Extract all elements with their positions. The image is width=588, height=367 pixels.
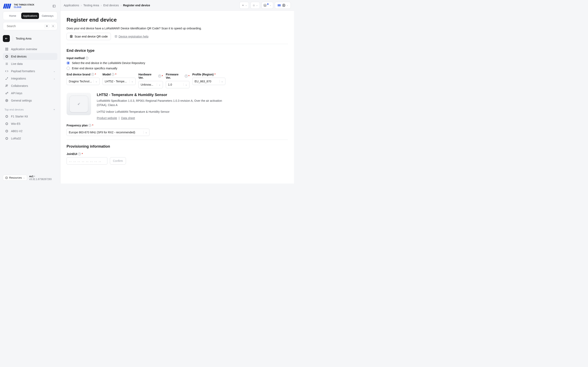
breadcrumb-item-2[interactable]: End devices [103,4,119,7]
brand-line2: CLOUD [14,6,34,8]
nav-label: Live data [11,62,23,66]
svg-point-65 [7,177,7,177]
back-button[interactable] [3,35,10,42]
svg-point-21 [6,79,6,80]
svg-rect-9 [6,56,8,57]
add-button[interactable]: ＋⌄ [240,2,249,9]
help-icon[interactable]: ? [86,57,88,59]
nav-api-keys[interactable]: API keys [3,90,57,97]
top-device-label: F1 Starter Kit [11,115,28,118]
nav-live-data[interactable]: Live data [3,60,57,67]
section-end-device-type: End device type [67,49,288,53]
joineui-label: JoinEUI?* [67,152,288,156]
top-device-0[interactable]: F1 Starter Kit [3,113,57,120]
chevron-down-icon: ⌄ [53,77,55,80]
nav-label: General settings [11,99,32,102]
top-device-label: LoRa32 [11,137,21,140]
tab-applications[interactable]: Applications [21,13,39,19]
reg-help-link[interactable]: Device registration help [119,35,148,38]
nav: Application overview End devices Live da… [3,46,57,142]
model-select[interactable]: LHT52 - Tempe...⌄ [103,78,136,85]
brand-row: THE THINGS STACK CLOUD [3,3,57,11]
breadcrumb-item-1[interactable]: Testing Area [83,4,99,7]
tab-gateways[interactable]: Gateways [39,13,56,19]
user-icon [282,3,286,7]
sidebar-tabs: Home Applications Gateways [3,11,57,20]
device-image: 🌡 [67,93,91,115]
hw-label: Hardware Ver.?* [138,73,163,79]
brand-text: THE THINGS STACK CLOUD [14,4,34,8]
joineui-input[interactable] [67,157,107,165]
input-method-label: Input method ? [67,57,288,60]
confirm-button[interactable]: Confirm [110,157,126,165]
arrow-left-icon [5,37,8,40]
sidebar-collapse-button[interactable] [52,4,57,8]
nav-application-overview[interactable]: Application overview [3,46,57,53]
freq-label: Frequency plan?* [67,124,288,127]
resources-button[interactable]: Resources ⌄ [3,175,27,181]
tab-home[interactable]: Home [4,13,21,19]
nav-end-devices[interactable]: End devices [3,53,57,60]
help-icon[interactable]: ? [185,75,188,77]
device-links: Product website | Data sheet [97,117,227,120]
product-website-link[interactable]: Product website [97,117,117,120]
nav-integrations[interactable]: Integrations ⌄ [3,75,57,82]
add-top-device-button[interactable]: ＋ [52,108,56,111]
top-device-3[interactable]: LoRa32 [3,135,57,142]
search-input[interactable] [7,25,43,28]
nav-payload-formatters[interactable]: Payload formatters ⌄ [3,68,57,75]
key-icon [5,91,9,95]
hw-col: Hardware Ver.?* Unknow...⌄ [138,73,163,88]
nav-label: API keys [11,92,22,95]
svg-point-26 [6,100,7,101]
nav-general-settings[interactable]: General settings [3,97,57,104]
search-input-wrap[interactable]: ⌘ K [3,22,57,30]
fw-label: Firmware Ver.?* [166,73,190,79]
radio-repo[interactable]: Select the end device in the LoRaWAN Dev… [67,61,288,65]
help-icon[interactable]: ? [158,75,161,77]
context-row: Testing Area [3,35,57,42]
svg-point-24 [7,85,8,85]
main: Applications › Testing Area › End device… [61,0,294,184]
topbar-actions: ＋⌄ ☆⌄ ⌄ ⌄ [240,2,291,9]
svg-rect-27 [6,116,8,117]
hw-select[interactable]: Unknow...⌄ [138,81,163,88]
notifications-button[interactable]: ⌄ [261,2,273,9]
reg-help-link-row[interactable]: Device registration help [114,35,148,38]
device-title: LHT52 - Temperature & Humidity Sensor [97,93,227,97]
radio-manual[interactable]: Enter end device specifics manually [67,67,288,70]
favorite-button[interactable]: ☆⌄ [251,2,260,9]
chevron-down-icon: ⌄ [245,4,247,7]
chevron-down-icon: ⌄ [157,83,161,86]
brand-line1: THE THINGS STACK [14,4,34,6]
model-col: Model?* LHT52 - Tempe...⌄ [103,73,136,88]
svg-rect-8 [7,49,8,50]
svg-rect-69 [280,4,280,6]
svg-rect-0 [53,5,55,7]
brand-logo[interactable] [4,4,12,8]
profile-select[interactable]: EU_863_870⌄ [192,78,225,85]
top-device-1[interactable]: Wio-E5 [3,120,57,127]
freq-select[interactable]: Europe 863-870 MHz (SF9 for RX2 - recomm… [67,129,149,136]
fw-select[interactable]: 1.0⌄ [166,81,190,88]
version-text: v3.32.1.6738267293 [29,178,52,181]
nav-collaborators[interactable]: Collaborators [3,82,57,89]
chevron-down-icon: ⌄ [286,4,288,7]
help-icon[interactable]: ? [88,124,91,127]
svg-rect-5 [6,48,7,49]
brand-select[interactable]: Dragino Technol...⌄ [67,78,100,85]
notification-dot [267,3,268,5]
qr-hint: Does your end device have a LoRaWAN® Dev… [67,27,288,30]
top-device-2[interactable]: AB01-V2 [3,128,57,134]
nav-label: End devices [11,55,26,58]
scan-qr-button[interactable]: Scan end device QR code [67,33,111,40]
help-icon[interactable]: ? [78,152,81,155]
help-icon[interactable]: ? [112,73,114,76]
help-icon[interactable]: ? [91,73,94,76]
radio-input[interactable] [67,61,70,65]
account-button[interactable]: ⌄ [275,2,291,9]
breadcrumb-item-0[interactable]: Applications [64,4,79,7]
datasheet-link[interactable]: Data sheet [121,117,135,120]
nav-label: Collaborators [11,84,28,87]
radio-input[interactable] [67,67,70,70]
